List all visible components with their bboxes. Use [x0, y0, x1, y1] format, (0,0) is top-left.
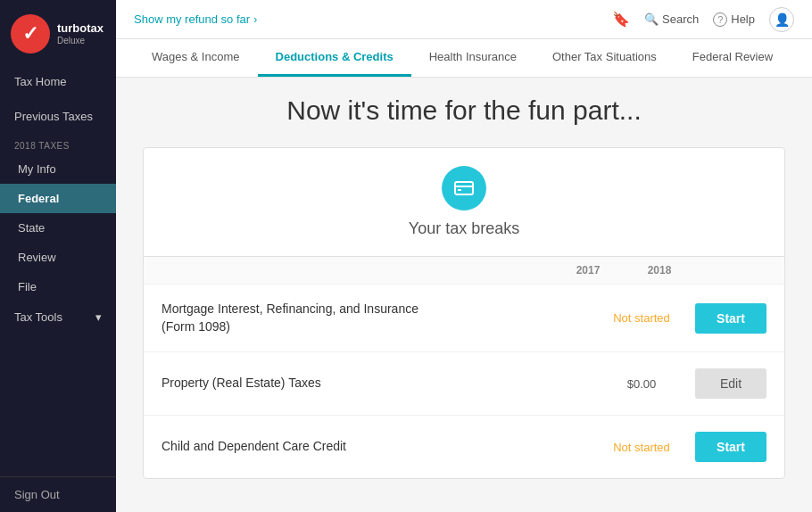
tab-deductions-credits-label: Deductions & Credits	[276, 50, 394, 63]
sidebar-item-file[interactable]: File	[0, 272, 116, 301]
logo-circle: ✓	[11, 14, 50, 54]
sidebar-section-label: 2018 TAXES	[0, 134, 116, 154]
state-label: State	[18, 221, 45, 235]
checkmark-icon: ✓	[22, 22, 38, 45]
property-taxes-status: $0.00	[588, 377, 695, 391]
property-taxes-edit-button[interactable]: Edit	[695, 368, 766, 399]
svg-rect-2	[458, 189, 461, 191]
content-area: Now it's time for the fun part... Your t…	[116, 78, 812, 512]
my-info-label: My Info	[18, 162, 56, 176]
tab-health-insurance-label: Health Insurance	[429, 50, 517, 63]
sidebar-item-previous-taxes[interactable]: Previous Taxes	[0, 99, 116, 134]
tab-wages-income-label: Wages & Income	[152, 50, 240, 63]
help-button[interactable]: ? Help	[713, 12, 755, 27]
search-label: Search	[662, 12, 699, 26]
refund-arrow-icon: ›	[253, 12, 257, 26]
sidebar: ✓ turbotax Deluxe Tax Home Previous Taxe…	[0, 0, 116, 512]
logo: ✓ turbotax Deluxe	[0, 0, 116, 64]
table-row: Child and Dependent Care Credit Not star…	[144, 416, 784, 478]
child-care-start-button[interactable]: Start	[695, 432, 766, 462]
col-header-2017: 2017	[552, 264, 624, 277]
tab-other-tax-situations-label: Other Tax Situations	[552, 50, 657, 63]
child-care-status: Not started	[588, 441, 695, 454]
tab-health-insurance[interactable]: Health Insurance	[411, 39, 534, 77]
tab-federal-review-label: Federal Review	[692, 50, 773, 63]
bookmark-icon[interactable]: 🔖	[612, 11, 630, 28]
tax-breaks-header: Your tax breaks	[144, 148, 784, 257]
main-area: Show my refund so far › 🔖 🔍 Search ? Hel…	[116, 0, 812, 512]
help-icon: ?	[713, 12, 727, 27]
table-row: Property (Real Estate) Taxes $0.00 Edit	[144, 352, 784, 416]
child-care-name: Child and Dependent Care Credit	[162, 438, 588, 456]
tax-breaks-title: Your tax breaks	[409, 219, 519, 238]
tab-other-tax-situations[interactable]: Other Tax Situations	[534, 39, 675, 77]
sidebar-signout[interactable]: Sign Out	[0, 476, 116, 512]
mortgage-interest-status: Not started	[588, 311, 695, 325]
sidebar-nav: Tax Home Previous Taxes 2018 TAXES My In…	[0, 64, 116, 476]
chevron-down-icon: ▾	[95, 310, 102, 324]
search-button[interactable]: 🔍 Search	[644, 12, 699, 26]
avatar[interactable]: 👤	[769, 7, 794, 32]
sidebar-item-tax-home[interactable]: Tax Home	[0, 64, 116, 99]
refund-link[interactable]: Show my refund so far ›	[134, 12, 257, 26]
review-label: Review	[18, 251, 56, 264]
turbotax-edition: Deluxe	[57, 36, 104, 45]
tax-breaks-icon	[442, 166, 486, 211]
turbotax-name: turbotax	[57, 22, 104, 35]
nav-tabs: Wages & Income Deductions & Credits Heal…	[116, 39, 812, 78]
help-label: Help	[731, 12, 755, 26]
tax-tools-label: Tax Tools	[14, 310, 62, 324]
tax-home-label: Tax Home	[14, 75, 67, 88]
page-title: Now it's time for the fun part...	[143, 95, 785, 126]
topbar-actions: 🔖 🔍 Search ? Help 👤	[612, 7, 794, 32]
property-taxes-name: Property (Real Estate) Taxes	[162, 375, 588, 392]
tax-breaks-card: Your tax breaks 2017 2018 Mortgage Inter…	[143, 147, 785, 479]
refund-link-text: Show my refund so far	[134, 12, 250, 26]
mortgage-interest-name: Mortgage Interest, Refinancing, and Insu…	[162, 301, 588, 335]
topbar: Show my refund so far › 🔖 🔍 Search ? Hel…	[116, 0, 812, 39]
previous-taxes-label: Previous Taxes	[14, 110, 93, 123]
mortgage-interest-start-button[interactable]: Start	[695, 303, 766, 334]
search-icon: 🔍	[644, 12, 659, 26]
turbotax-brand: turbotax Deluxe	[57, 22, 104, 45]
col-header-2018: 2018	[624, 264, 695, 277]
sidebar-item-my-info[interactable]: My Info	[0, 154, 116, 184]
column-headers: 2017 2018	[144, 257, 784, 285]
tab-wages-income[interactable]: Wages & Income	[134, 39, 258, 77]
federal-label: Federal	[18, 192, 59, 205]
svg-rect-0	[455, 182, 473, 194]
signout-label: Sign Out	[14, 488, 60, 501]
sidebar-item-review[interactable]: Review	[0, 243, 116, 272]
file-label: File	[18, 280, 37, 293]
sidebar-item-federal[interactable]: Federal	[0, 184, 116, 213]
tab-deductions-credits[interactable]: Deductions & Credits	[258, 39, 411, 77]
avatar-icon: 👤	[775, 12, 790, 27]
sidebar-item-state[interactable]: State	[0, 213, 116, 243]
sidebar-item-tax-tools[interactable]: Tax Tools ▾	[0, 301, 116, 333]
tab-federal-review[interactable]: Federal Review	[675, 39, 791, 77]
table-row: Mortgage Interest, Refinancing, and Insu…	[144, 285, 784, 352]
